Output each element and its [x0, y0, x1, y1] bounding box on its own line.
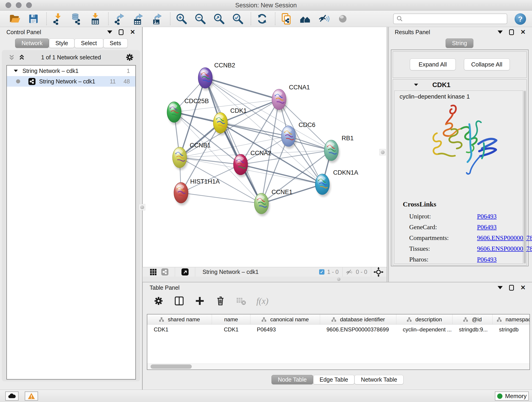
horizontal-splitter[interactable] — [143, 277, 387, 282]
column-header-shared-name[interactable]: shared name — [147, 314, 212, 324]
cell-description[interactable]: cyclin–dependent ... — [396, 325, 452, 335]
network-node-CCNE1[interactable]: CCNE1 — [254, 189, 293, 216]
hide-selected-icon[interactable] — [318, 13, 330, 25]
network-canvas[interactable]: CCNB2CCNA1CDC25BCDK1CDC6RB1CCNB1CCNA2CDK… — [143, 27, 387, 267]
close-panel-icon[interactable]: ✕ — [130, 29, 135, 35]
close-panel-icon[interactable]: ✕ — [520, 285, 526, 291]
network-tree: String Network – cdk1 1 String Network –… — [6, 65, 136, 380]
network-node-CCNA1[interactable]: CCNA1 — [272, 84, 310, 112]
tab-style[interactable]: Style — [49, 38, 75, 48]
close-panel-icon[interactable]: ✕ — [520, 29, 526, 35]
tab-network[interactable]: Network — [15, 38, 49, 48]
cell-canonical-name[interactable]: P06493 — [250, 325, 320, 335]
column-header-namespace[interactable]: namespace — [493, 314, 530, 324]
collapse-all-button[interactable]: Collapse All — [464, 58, 510, 70]
birds-eye-view-icon[interactable] — [374, 267, 384, 277]
cell-shared-name[interactable]: CDK1 — [147, 325, 212, 335]
column-header-database-identifier[interactable]: database identifier — [320, 314, 396, 324]
table-row[interactable]: CDK1CDK1P064939606.ENSP00000378699cyclin… — [147, 325, 530, 335]
float-panel-icon[interactable] — [509, 29, 514, 35]
crosslink-genecard[interactable]: P06493 — [477, 223, 497, 231]
zoom-selected-icon[interactable] — [232, 13, 244, 25]
collapse-protein-icon[interactable] — [413, 82, 419, 88]
detach-view-icon[interactable] — [181, 268, 189, 275]
float-panel-icon[interactable] — [509, 285, 514, 291]
tab-string[interactable]: String — [446, 38, 473, 48]
selected-checkbox-icon[interactable]: ✓ — [319, 269, 324, 274]
network-edge[interactable] — [180, 157, 241, 165]
crosslink-uniprot[interactable]: P06493 — [477, 213, 497, 220]
network-edge[interactable] — [181, 193, 261, 204]
cell-namespace[interactable]: stringdb — [493, 325, 530, 335]
import-network-from-file-icon[interactable] — [52, 13, 64, 25]
toolbar-separator — [275, 12, 275, 25]
column-header-id[interactable]: @id — [452, 314, 493, 324]
network-node-CDKN1A[interactable]: CDKN1A — [315, 169, 358, 197]
export-image-icon[interactable] — [151, 13, 163, 25]
save-session-icon[interactable] — [27, 13, 39, 25]
search-field[interactable] — [393, 13, 507, 24]
import-table-from-file-icon[interactable] — [89, 13, 101, 25]
network-edge[interactable] — [205, 78, 279, 99]
import-network-from-database-icon[interactable] — [70, 13, 82, 25]
export-table-icon[interactable] — [133, 13, 144, 25]
results-scrollbar[interactable] — [524, 90, 526, 264]
collapse-panel-icon[interactable] — [107, 31, 112, 34]
scrollbar-thumb[interactable] — [151, 364, 192, 369]
show-hide-graphics-details-icon[interactable] — [299, 13, 311, 25]
network-collection-row[interactable]: String Network – cdk1 1 — [7, 65, 135, 76]
vertical-splitter[interactable] — [387, 27, 389, 282]
left-splitter-knob[interactable] — [139, 204, 145, 211]
network-row[interactable]: String Network – cdk1 11 48 — [7, 76, 135, 87]
column-header-name[interactable]: name — [212, 314, 250, 324]
network-node-CDC25B[interactable]: CDC25B — [167, 98, 209, 125]
refresh-icon[interactable] — [256, 13, 268, 25]
tab-edge-table[interactable]: Edge Table — [313, 375, 355, 384]
toolbar-separator — [195, 267, 195, 277]
network-graph[interactable]: CCNB2CCNA1CDC25BCDK1CDC6RB1CCNB1CCNA2CDK… — [143, 27, 387, 267]
cell-database-identifier[interactable]: 9606.ENSP00000378699 — [320, 325, 396, 335]
control-panel-title: Control Panel — [6, 29, 41, 36]
column-type-icon — [463, 317, 468, 322]
help-button[interactable]: ? — [515, 13, 526, 25]
right-splitter-knob[interactable] — [380, 149, 386, 155]
warnings-button[interactable] — [25, 391, 38, 401]
network-label: String Network – cdk1 — [39, 78, 95, 85]
float-panel-icon[interactable] — [119, 29, 123, 35]
cell-name[interactable]: CDK1 — [212, 325, 250, 335]
show-all-sphere-icon[interactable] — [337, 13, 349, 25]
network-node-RB1[interactable]: RB1 — [324, 135, 354, 163]
clone-network-icon[interactable] — [280, 13, 292, 25]
grid-view-icon[interactable] — [149, 268, 157, 276]
create-column-icon[interactable] — [195, 296, 205, 306]
splitter-handle-icon[interactable] — [337, 278, 341, 281]
expand-all-button[interactable]: Expand All — [410, 58, 456, 70]
table-options-gear-icon[interactable] — [153, 296, 164, 306]
open-file-icon[interactable] — [9, 13, 21, 25]
tree-expand-icon[interactable] — [13, 68, 19, 74]
column-header-canonical-name[interactable]: canonical name — [250, 314, 320, 324]
zoom-out-icon[interactable] — [194, 13, 206, 25]
collapse-panel-icon[interactable] — [498, 31, 503, 34]
memory-button[interactable]: Memory — [495, 391, 529, 401]
cell-id[interactable]: stringdb:9... — [452, 325, 493, 335]
table-horizontal-scrollbar[interactable] — [147, 364, 530, 370]
search-input[interactable] — [403, 16, 502, 22]
show-columns-icon[interactable] — [174, 296, 184, 306]
tab-select[interactable]: Select — [75, 38, 103, 48]
string-view-icon[interactable] — [161, 268, 168, 275]
tab-network-table[interactable]: Network Table — [355, 375, 404, 384]
export-network-icon[interactable] — [114, 13, 126, 25]
cloud-button[interactable] — [5, 391, 19, 401]
zoom-in-icon[interactable] — [176, 13, 187, 25]
column-header-description[interactable]: description — [396, 314, 452, 324]
tab-sets[interactable]: Sets — [103, 38, 128, 48]
column-label: namespace — [505, 316, 530, 323]
tab-node-table[interactable]: Node Table — [272, 375, 313, 384]
zoom-fit-content-icon[interactable] — [213, 13, 225, 25]
network-node-CDC6[interactable]: CDC6 — [281, 121, 316, 149]
crosslink-pharos[interactable]: P06493 — [477, 256, 497, 263]
table-tabs: Node TableEdge TableNetwork Table — [143, 375, 532, 384]
delete-column-icon[interactable] — [215, 296, 226, 306]
collapse-panel-icon[interactable] — [498, 286, 503, 289]
